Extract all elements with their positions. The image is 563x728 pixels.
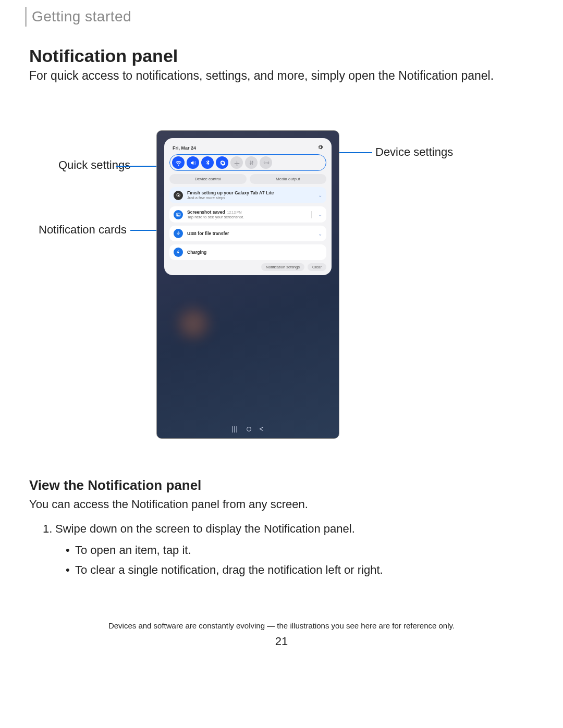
qs-rotate-icon[interactable] xyxy=(216,156,228,169)
callout-quick-settings: Quick settings xyxy=(58,158,130,172)
paragraph: You can access the Notification panel fr… xyxy=(29,496,308,513)
home-icon[interactable] xyxy=(247,427,251,431)
notification-card[interactable]: Finish setting up your Galaxy Tab A7 Lit… xyxy=(169,187,326,203)
back-icon[interactable]: < xyxy=(260,425,264,433)
card-title: Finish setting up your Galaxy Tab A7 Lit… xyxy=(187,190,314,195)
media-output-button[interactable]: Media output xyxy=(250,174,327,184)
android-navbar: ||| < xyxy=(157,425,339,433)
subheading: View the Notification panel xyxy=(29,477,201,493)
intro-paragraph: For quick access to notifications, setti… xyxy=(29,68,534,84)
page-number: 21 xyxy=(0,635,563,648)
bullet-text: To clear a single notification, drag the… xyxy=(75,563,383,576)
recents-icon[interactable]: ||| xyxy=(231,425,238,433)
qs-airplane-icon[interactable] xyxy=(230,156,243,169)
card-title: Charging xyxy=(187,250,322,255)
chevron-down-icon[interactable]: ⌄ xyxy=(318,231,322,237)
device-screenshot: Fri, Mar 24 Device control Media output … xyxy=(156,130,339,439)
divider xyxy=(311,211,312,218)
card-sub: Just a few more steps xyxy=(187,195,314,200)
qs-sound-icon[interactable] xyxy=(187,156,199,169)
footer-note: Devices and software are constantly evol… xyxy=(0,621,563,630)
section-label: Getting started xyxy=(32,8,131,25)
qs-hotspot-icon[interactable] xyxy=(260,156,272,169)
callout-device-settings: Device settings xyxy=(375,145,453,159)
clear-button[interactable]: Clear xyxy=(308,263,326,271)
image-icon xyxy=(174,210,183,219)
step-text: Swipe down on the screen to display the … xyxy=(55,522,355,535)
header-rule xyxy=(25,7,27,27)
chevron-down-icon[interactable]: ⌄ xyxy=(318,212,322,217)
bullet-text: To open an item, tap it. xyxy=(75,544,191,557)
gear-icon xyxy=(174,191,183,200)
callout-notification-cards: Notification cards xyxy=(39,223,127,237)
chevron-down-icon[interactable]: ⌄ xyxy=(318,192,322,198)
page-heading: Notification panel xyxy=(29,46,178,66)
svg-rect-8 xyxy=(177,233,178,233)
qs-wifi-icon[interactable] xyxy=(172,156,185,169)
notification-card[interactable]: Screenshot saved12:13 PM Tap here to see… xyxy=(169,206,326,223)
steps-list: 1.Swipe down on the screen to display th… xyxy=(43,519,383,579)
device-control-button[interactable]: Device control xyxy=(169,174,247,184)
notification-panel: Fri, Mar 24 Device control Media output … xyxy=(164,138,332,275)
card-title: USB for file transfer xyxy=(187,231,314,236)
notification-settings-button[interactable]: Notification settings xyxy=(261,263,304,271)
panel-date: Fri, Mar 24 xyxy=(173,145,196,151)
bolt-icon xyxy=(174,248,183,257)
qs-data-icon[interactable] xyxy=(245,156,258,169)
gear-icon[interactable] xyxy=(317,144,323,151)
qs-bluetooth-icon[interactable] xyxy=(201,156,214,169)
card-title: Screenshot saved12:13 PM xyxy=(187,209,305,215)
notification-card[interactable]: USB for file transfer ⌄ xyxy=(169,226,326,241)
svg-point-5 xyxy=(177,214,178,214)
usb-icon xyxy=(174,229,183,238)
card-sub: Tap here to see your screenshot. xyxy=(187,215,305,219)
quick-settings-row xyxy=(169,154,326,171)
notification-card[interactable]: Charging xyxy=(169,244,326,260)
svg-point-3 xyxy=(178,194,179,196)
section-header: Getting started xyxy=(25,6,131,27)
